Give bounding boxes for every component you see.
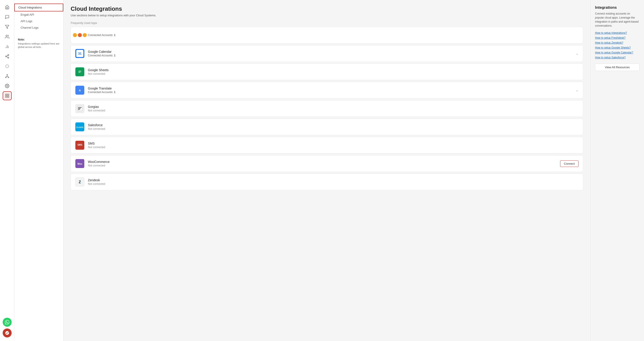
sms-icon: SMS (75, 141, 84, 150)
chart-icon[interactable] (3, 42, 12, 51)
svg-line-7 (6, 57, 8, 57)
hierarchy-icon[interactable] (3, 72, 12, 81)
card-status-zendesk: Not connected (88, 182, 578, 185)
gorgias-icon (75, 104, 84, 113)
main-content: Cloud Integrations Use sections below to… (64, 0, 590, 341)
svg-point-4 (8, 55, 9, 56)
chat-icon[interactable] (3, 13, 12, 22)
chevron-down-icon-translate: ⌄ (576, 88, 578, 92)
right-panel: Integrations Connect existing accounts o… (590, 0, 644, 341)
dot-3 (83, 33, 87, 37)
link-setup-zendesk[interactable]: How to setup Zendesk? (595, 41, 640, 44)
nav-api-logs[interactable]: API Logs (14, 18, 63, 24)
integration-card-salesforce[interactable]: CLOUD Salesforce Not connected (71, 119, 583, 135)
salesforce-icon: CLOUD (75, 122, 84, 131)
whatsapp-icon[interactable] (3, 318, 12, 327)
card-info-salesforce: Salesforce Not connected (88, 123, 578, 130)
card-name-salesforce: Salesforce (88, 123, 578, 127)
svg-point-18 (5, 77, 6, 78)
svg-point-6 (8, 57, 9, 58)
card-action-woocommerce[interactable]: Connect (560, 160, 578, 167)
google-sheets-icon (75, 67, 84, 76)
svg-line-22 (7, 76, 8, 77)
note-title: Note: (18, 38, 60, 41)
sidebar (0, 0, 14, 341)
integration-card-google-sheets[interactable]: Google Sheets Not connected (71, 64, 583, 80)
users-icon[interactable] (3, 32, 12, 41)
card-action-google-calendar: ⌄ (576, 52, 578, 55)
svg-text:SMS: SMS (77, 144, 82, 146)
card-name-google-sheets: Google Sheets (88, 68, 578, 72)
svg-text:Woo: Woo (77, 163, 82, 165)
qr-icon[interactable] (3, 91, 12, 100)
card-name-sms: SMS (88, 142, 578, 145)
svg-text:A: A (79, 89, 81, 92)
integration-card-gorgias[interactable]: Gorgias Not connected (71, 100, 583, 117)
nav-note: Note: Integrations settings updated here… (14, 35, 63, 53)
integration-card-sms[interactable]: SMS SMS Not connected (71, 137, 583, 154)
link-setup-freshdesk[interactable]: How to setup Freshdesk? (595, 36, 640, 39)
page-subtitle: Use sections below to setup integrations… (71, 14, 583, 17)
card-info-woocommerce: WooCommerce Not connected (88, 160, 560, 167)
svg-rect-37 (78, 109, 80, 110)
nav-engati-api[interactable]: Engati API (14, 12, 63, 18)
svg-line-16 (8, 65, 8, 65)
view-all-resources-button[interactable]: View All Resources (595, 64, 640, 71)
dot-1 (73, 33, 77, 37)
card-action-google-translate: ⌄ (576, 88, 578, 92)
svg-line-12 (8, 67, 8, 68)
nav-cloud-integrations[interactable]: Cloud Integrations (14, 4, 63, 12)
card-status-google-sheets: Not connected (88, 72, 578, 75)
svg-rect-29 (78, 71, 81, 71)
integration-card-woocommerce[interactable]: Woo WooCommerce Not connected Connect (71, 155, 583, 172)
svg-rect-24 (5, 94, 7, 96)
card-info-zendesk: Zendesk Not connected (88, 178, 578, 185)
card-name-google-translate: Google Translate (88, 87, 576, 90)
share-icon[interactable] (3, 52, 12, 61)
svg-rect-36 (78, 108, 81, 109)
woocommerce-connect-button[interactable]: Connect (560, 160, 578, 167)
svg-point-19 (8, 77, 9, 78)
svg-rect-31 (78, 72, 80, 73)
card-status-google-calendar: Connected Accounts: 1 (88, 54, 576, 57)
svg-point-23 (6, 86, 8, 87)
svg-text:Z: Z (79, 180, 81, 184)
megaphone-icon[interactable] (3, 22, 12, 31)
home-icon[interactable] (3, 3, 12, 12)
card-info-google-sheets: Google Sheets Not connected (88, 68, 578, 75)
svg-rect-25 (8, 94, 9, 96)
link-setup-integrations[interactable]: How to setup Integrations? (595, 31, 640, 35)
card-status-gorgias: Not connected (88, 109, 578, 112)
google-calendar-icon: 31 (75, 49, 84, 58)
card-status-multi: Connected Accounts: 1 (88, 34, 578, 37)
right-panel-title: Integrations (595, 5, 640, 10)
nav-channel-logs[interactable]: Channel Logs (14, 24, 63, 31)
svg-rect-30 (78, 72, 81, 72)
integration-card-google-calendar[interactable]: 31 Google Calendar Connected Accounts: 1… (71, 45, 583, 62)
card-info-multi: Connected Accounts: 1 (88, 34, 578, 37)
card-info-sms: SMS Not connected (88, 142, 578, 149)
link-setup-google-calendar[interactable]: How to setup Google Calendar? (595, 51, 640, 54)
svg-line-8 (6, 55, 8, 56)
chat-support-icon[interactable] (3, 328, 12, 337)
svg-point-5 (5, 56, 6, 57)
dots (73, 33, 87, 37)
zendesk-icon: Z (75, 177, 84, 186)
settings-icon[interactable] (3, 82, 12, 90)
nav-panel: Cloud Integrations Engati API API Logs C… (14, 0, 64, 341)
card-name-zendesk: Zendesk (88, 178, 578, 182)
chevron-down-icon: ⌄ (576, 52, 578, 55)
card-status-salesforce: Not connected (88, 127, 578, 130)
woocommerce-icon: Woo (75, 159, 84, 168)
note-text: Integrations settings updated here are g… (18, 42, 60, 49)
link-setup-salesforce[interactable]: How to setup Salesforce? (595, 56, 640, 59)
link-setup-google-sheets[interactable]: How to setup Google Sheets? (595, 46, 640, 49)
section-label: Frequently Used Apps (71, 22, 583, 25)
svg-line-11 (6, 65, 6, 65)
sidebar-bottom (3, 318, 12, 337)
integration-card-multi[interactable]: Connected Accounts: 1 (71, 27, 583, 44)
card-status-google-translate: Connected Accounts: 1 (88, 91, 576, 94)
integration-card-google-translate[interactable]: A Google Translate Connected Accounts: 1… (71, 82, 583, 99)
integration-card-zendesk[interactable]: Z Zendesk Not connected (71, 174, 583, 190)
bulb-icon[interactable] (3, 62, 12, 71)
